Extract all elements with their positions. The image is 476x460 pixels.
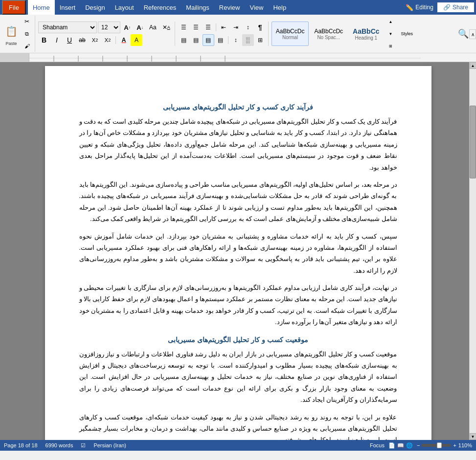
- ribbon-collapse-button[interactable]: ∧: [469, 29, 476, 39]
- multilevel-button[interactable]: ☰: [203, 22, 214, 33]
- help-menu[interactable]: Help: [268, 0, 291, 15]
- decrease-font-button[interactable]: A↓: [134, 22, 146, 33]
- align-center-button[interactable]: ▤: [190, 34, 202, 46]
- section1-p1: فرآیند کاری یک کسب و کار تحلیل الگوریتم‌…: [79, 116, 397, 173]
- word-count: 6990 words: [45, 442, 73, 448]
- normal-style-preview: AaBbCcDc: [276, 28, 305, 35]
- no-spacing-style-item[interactable]: AaBbCcDc No Spac...: [310, 22, 347, 46]
- left-scrollbar-area: [0, 62, 7, 440]
- clipboard-group: 📋 Paste ✂ ⧉ 🖌: [0, 16, 35, 52]
- heading1-preview: AaBbCc: [353, 27, 379, 35]
- superscript-button[interactable]: X2: [102, 34, 113, 46]
- increase-font-button[interactable]: A↑: [121, 22, 133, 33]
- bold-button[interactable]: B: [38, 34, 50, 46]
- toolbar-row1: 📋 Paste ✂ ⧉ 🖌 Shabnam 12 A↑: [0, 15, 476, 53]
- ruler-marks: [29, 53, 476, 62]
- language: Persian (Iran): [93, 442, 126, 448]
- section1-title: فرآیند کاری کسب و کار تحلیل الگوریتم‌های…: [79, 103, 397, 111]
- document-container: فرآیند کاری کسب و کار تحلیل الگوریتم‌های…: [0, 62, 476, 440]
- styles-up-button[interactable]: ▲: [385, 16, 397, 27]
- status-bar: Page 18 of 18 6990 words ☑ Persian (Iran…: [0, 440, 476, 451]
- align-left-button[interactable]: ▤: [203, 34, 214, 46]
- document-page: فرآیند کاری کسب و کار تحلیل الگوریتم‌های…: [45, 66, 431, 440]
- subscript-button[interactable]: X2: [89, 34, 101, 46]
- read-mode-icon[interactable]: 📖: [397, 442, 404, 449]
- scroll-down-button[interactable]: ▼: [470, 433, 476, 440]
- border-button[interactable]: ⊞: [254, 34, 266, 46]
- view-mode-icons: 📄 📖 🌐: [388, 442, 413, 449]
- references-menu[interactable]: References: [139, 0, 181, 15]
- print-layout-icon[interactable]: 📄: [388, 442, 395, 449]
- web-layout-icon[interactable]: 🌐: [406, 442, 413, 449]
- font-name-select[interactable]: Shabnam: [38, 22, 97, 33]
- file-menu[interactable]: File: [2, 0, 26, 15]
- section1-p3: سپس، کسب و کار باید به ارائه خدمات مشاور…: [79, 231, 397, 277]
- zoom-in-button[interactable]: +: [453, 442, 456, 448]
- scroll-track: [470, 69, 476, 433]
- styles-dialog-button[interactable]: Styles: [398, 22, 417, 46]
- shading-button[interactable]: ░: [242, 34, 254, 46]
- paste-button[interactable]: 📋: [2, 22, 21, 41]
- indent-decrease-button[interactable]: ⇤: [218, 22, 229, 33]
- format-painter-button[interactable]: 🖌: [21, 40, 33, 52]
- section2-title: موقعیت کسب و کار تحلیل الگوریتم‌های مسیر…: [79, 336, 397, 344]
- strikethrough-button[interactable]: ab: [76, 34, 88, 46]
- section2-p2: علاوه بر این، با توجه به روند رو به رشد …: [79, 412, 397, 440]
- zoom-slider[interactable]: [422, 444, 451, 447]
- section1-p2: در مرحله بعد، بر اساس تحلیل‌های اولیه، ا…: [79, 179, 397, 225]
- focus-label[interactable]: Focus: [370, 442, 385, 448]
- cut-button[interactable]: ✂: [21, 16, 33, 27]
- font-size-select[interactable]: 12: [98, 22, 120, 33]
- styles-group: AaBbCcDc Normal AaBbCcDc No Spac... AaBb…: [270, 19, 418, 48]
- layout-menu[interactable]: Layout: [110, 0, 139, 15]
- zoom-slider-thumb[interactable]: [437, 442, 442, 448]
- normal-style-item[interactable]: AaBbCcDc Normal: [272, 22, 309, 46]
- numbering-button[interactable]: ☰: [190, 22, 202, 33]
- ruler: [0, 53, 476, 62]
- italic-button[interactable]: I: [51, 34, 63, 46]
- share-icon: 🔗: [443, 4, 451, 11]
- font-color-button[interactable]: A: [118, 34, 130, 46]
- styles-dialog-icon: Styles: [401, 31, 413, 36]
- insert-menu[interactable]: Insert: [55, 0, 81, 15]
- paragraph-group: ☰ ☰ ☰ ⇤ ⇥ ↕ ¶ ▤ ▤ ▤ ▤ ↕ ░ ⊞: [176, 22, 269, 46]
- underline-button[interactable]: U: [64, 34, 75, 46]
- ribbon: 📋 Paste ✂ ⧉ 🖌 Shabnam 12 A↑: [0, 15, 476, 53]
- heading1-label: Heading 1: [355, 35, 378, 41]
- share-button[interactable]: 🔗 Share: [437, 2, 474, 12]
- copy-button[interactable]: ⧉: [21, 28, 33, 40]
- design-menu[interactable]: Design: [80, 0, 110, 15]
- zoom-level: 110%: [458, 442, 472, 448]
- clear-format-button[interactable]: ✕A: [160, 22, 173, 33]
- show-para-button[interactable]: ¶: [254, 22, 266, 33]
- sort-button[interactable]: ↕: [242, 22, 254, 33]
- no-spacing-label: No Spac...: [317, 35, 340, 40]
- page-info: Page 18 of 18: [4, 442, 38, 448]
- mailings-menu[interactable]: Mailings: [181, 0, 214, 15]
- normal-style-label: Normal: [282, 35, 298, 40]
- section2-p1: موقعیت کسب و کار تحلیل الگوریتم‌های مسیر…: [79, 349, 397, 406]
- scroll-thumb[interactable]: [470, 106, 476, 178]
- heading1-style-item[interactable]: AaBbCc Heading 1: [348, 22, 384, 46]
- pencil-icon: ✏️: [406, 4, 413, 11]
- indent-increase-button[interactable]: ⇥: [230, 22, 242, 33]
- line-spacing-button[interactable]: ↕: [230, 34, 242, 46]
- accessibility-icon: ☑: [81, 442, 86, 449]
- align-right-button[interactable]: ▤: [178, 34, 190, 46]
- menu-bar: File Home Insert Design Layout Reference…: [0, 0, 476, 15]
- review-menu[interactable]: Review: [214, 0, 245, 15]
- view-menu[interactable]: View: [245, 0, 268, 15]
- change-case-button[interactable]: Aa: [147, 22, 159, 33]
- status-right: Focus 📄 📖 🌐 − + 110%: [370, 442, 472, 449]
- document-scroll-area[interactable]: فرآیند کاری کسب و کار تحلیل الگوریتم‌های…: [7, 62, 469, 440]
- justify-button[interactable]: ▤: [215, 34, 227, 46]
- styles-expand-button[interactable]: ⊞: [385, 40, 397, 52]
- home-menu[interactable]: Home: [28, 0, 55, 15]
- vertical-scrollbar[interactable]: ▲ ▼: [469, 62, 476, 440]
- zoom-out-button[interactable]: −: [417, 442, 420, 448]
- scroll-up-button[interactable]: ▲: [470, 62, 476, 69]
- bullets-button[interactable]: ☰: [178, 22, 190, 33]
- highlight-button[interactable]: A: [131, 34, 142, 46]
- styles-down-button[interactable]: ▼: [385, 28, 397, 40]
- paste-label: Paste: [5, 41, 17, 46]
